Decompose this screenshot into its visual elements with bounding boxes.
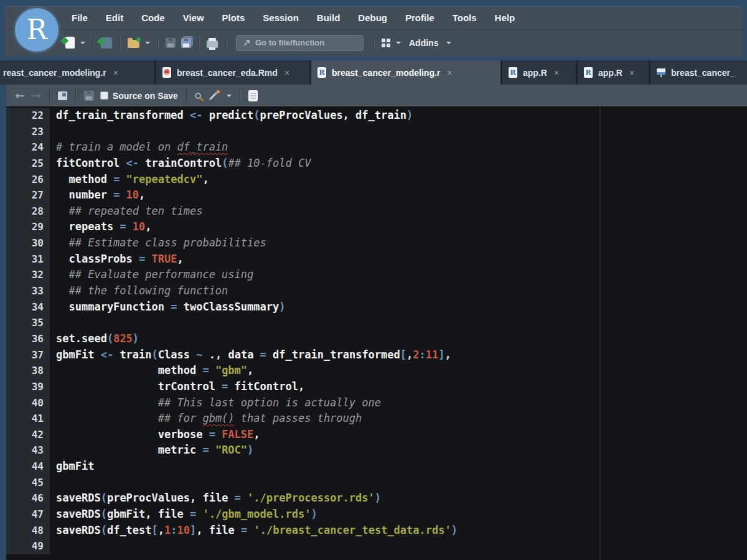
- code-line[interactable]: 44gbmFit: [6, 459, 747, 475]
- goto-file-search[interactable]: [236, 35, 364, 51]
- code-line[interactable]: 23: [6, 124, 747, 140]
- code-line[interactable]: 25fitControl <- trainControl(## 10-fold …: [6, 156, 747, 172]
- code-line[interactable]: 22df_train_transformed <- predict(prePro…: [6, 108, 747, 124]
- line-number: 39: [6, 379, 51, 395]
- line-number: 22: [6, 108, 51, 124]
- menu-item-code[interactable]: Code: [141, 12, 165, 23]
- forward-button[interactable]: →: [31, 90, 41, 101]
- code-line[interactable]: 41 ## for gbm() that passes through: [6, 411, 747, 427]
- magic-wand-icon: [210, 90, 220, 101]
- goto-arrow-icon: [243, 39, 250, 47]
- code-line[interactable]: 40 ## This last option is actually one: [6, 395, 747, 411]
- editor-tab-breast-cancer-eda.rmd[interactable]: breast_cancer_eda.Rmd×: [156, 60, 309, 85]
- tab-close-icon[interactable]: ×: [447, 68, 452, 78]
- line-number: 26: [6, 172, 51, 188]
- presentation-file-icon: [657, 67, 665, 78]
- open-file-dropdown-caret[interactable]: [145, 42, 150, 44]
- menu-item-build[interactable]: Build: [317, 12, 341, 23]
- code-line[interactable]: 48saveRDS(df_test[,1:10], file = './brea…: [6, 523, 747, 539]
- line-number: 27: [6, 187, 51, 203]
- code-text: method = "gbm",: [51, 363, 253, 379]
- save-document-button[interactable]: [84, 91, 94, 101]
- code-text: saveRDS(gbmFit, file = './gbm_model.rds'…: [51, 506, 317, 523]
- save-button[interactable]: [166, 38, 176, 48]
- code-line[interactable]: 37gbmFit <- train(Class ~ ., data = df_t…: [6, 347, 747, 363]
- open-file-button[interactable]: [128, 37, 139, 48]
- code-line[interactable]: 28 ## repeated ten times: [6, 203, 747, 220]
- editor-tab-breast-cancer-[interactable]: breast_cancer_: [651, 60, 747, 85]
- code-line[interactable]: 49: [6, 538, 747, 554]
- new-file-button[interactable]: [65, 37, 75, 49]
- code-tools-button[interactable]: [210, 90, 220, 101]
- tab-close-icon[interactable]: ×: [284, 68, 289, 78]
- code-line[interactable]: 45: [6, 475, 747, 491]
- line-number: 38: [6, 363, 51, 379]
- toolbar-separator: [49, 88, 50, 103]
- code-line[interactable]: 26 method = "repeatedcv",: [6, 172, 747, 188]
- tab-close-icon[interactable]: ×: [629, 68, 634, 78]
- code-line[interactable]: 29 repeats = 10,: [6, 219, 747, 235]
- back-button[interactable]: ←: [15, 90, 25, 101]
- new-file-dropdown-caret[interactable]: [80, 42, 85, 44]
- menu-item-tools[interactable]: Tools: [453, 12, 477, 23]
- r-file-icon: [509, 67, 517, 78]
- editor-tab-app.r[interactable]: app.R×: [502, 60, 576, 85]
- line-number: 40: [6, 395, 51, 411]
- addins-menu[interactable]: Addins: [409, 38, 438, 48]
- code-line[interactable]: 31 classProbs = TRUE,: [6, 251, 747, 268]
- code-editor[interactable]: 22df_train_transformed <- predict(prePro…: [6, 106, 747, 560]
- code-text: ## Evaluate performance using: [51, 267, 253, 283]
- code-line[interactable]: 34 summaryFunction = twoClassSummary): [6, 299, 747, 315]
- find-replace-button[interactable]: [195, 93, 204, 99]
- menu-item-session[interactable]: Session: [263, 12, 299, 23]
- new-file-icon: [65, 37, 75, 49]
- code-line[interactable]: 42 verbose = FALSE,: [6, 427, 747, 443]
- magnifier-icon: [195, 93, 201, 99]
- code-text: ## for gbm() that passes through: [51, 411, 362, 427]
- line-number: 37: [6, 347, 51, 363]
- code-line[interactable]: 30 ## Estimate class probabilities: [6, 235, 747, 251]
- addins-grid-caret[interactable]: [396, 42, 401, 44]
- code-line[interactable]: 43 metric = "ROC"): [6, 442, 747, 459]
- open-in-new-window-button[interactable]: [58, 91, 67, 100]
- code-line[interactable]: 35: [6, 315, 747, 331]
- editor-tab-reast-cancer-modeling.r[interactable]: reast_cancer_modeling.r×: [0, 60, 154, 85]
- menu-item-profile[interactable]: Profile: [405, 12, 435, 23]
- editor-tab-breast-cancer-modeling.r[interactable]: breast_cancer_modeling.r×: [311, 60, 500, 85]
- code-line[interactable]: 47saveRDS(gbmFit, file = './gbm_model.rd…: [6, 506, 747, 523]
- menu-item-plots[interactable]: Plots: [222, 12, 245, 23]
- compile-report-button[interactable]: [248, 90, 258, 101]
- code-line[interactable]: 33 ## the following function: [6, 283, 747, 299]
- code-text: classProbs = TRUE,: [51, 251, 184, 268]
- tab-bar: reast_cancer_modeling.r×breast_cancer_ed…: [0, 60, 747, 85]
- goto-file-input[interactable]: [255, 38, 355, 47]
- addins-menu-caret[interactable]: [446, 42, 451, 44]
- print-button[interactable]: [207, 38, 218, 48]
- code-line[interactable]: 39 trControl = fitControl,: [6, 379, 747, 395]
- code-line[interactable]: 46saveRDS(preProcValues, file = './prePr…: [6, 490, 747, 506]
- editor-tab-app.r[interactable]: app.R×: [578, 60, 649, 85]
- tab-close-icon[interactable]: ×: [113, 68, 118, 78]
- menu-item-edit[interactable]: Edit: [106, 12, 123, 23]
- menu-item-view[interactable]: View: [183, 12, 204, 23]
- code-line[interactable]: 27 number = 10,: [6, 187, 747, 203]
- addins-browse-button[interactable]: [382, 39, 390, 47]
- menu-item-file[interactable]: File: [72, 12, 88, 23]
- new-project-button[interactable]: [101, 37, 112, 49]
- code-text: ## the following function: [51, 283, 228, 299]
- code-line[interactable]: 38 method = "gbm",: [6, 363, 747, 379]
- popout-icon: [58, 91, 67, 100]
- source-on-save-checkbox[interactable]: [100, 91, 108, 100]
- menu-item-help[interactable]: Help: [495, 12, 515, 23]
- code-tools-caret[interactable]: [227, 95, 232, 97]
- code-line[interactable]: 24# train a model on df_train: [6, 139, 747, 156]
- code-text: ## repeated ten times: [51, 203, 202, 220]
- code-line[interactable]: 32 ## Evaluate performance using: [6, 267, 747, 283]
- code-line[interactable]: 36set.seed(825): [6, 331, 747, 347]
- code-text: fitControl <- trainControl(## 10-fold CV: [51, 156, 311, 172]
- tab-close-icon[interactable]: ×: [554, 68, 559, 78]
- line-number: 42: [6, 427, 51, 443]
- save-all-button[interactable]: [181, 38, 191, 48]
- rstudio-logo: R: [15, 8, 59, 52]
- menu-item-debug[interactable]: Debug: [358, 12, 387, 23]
